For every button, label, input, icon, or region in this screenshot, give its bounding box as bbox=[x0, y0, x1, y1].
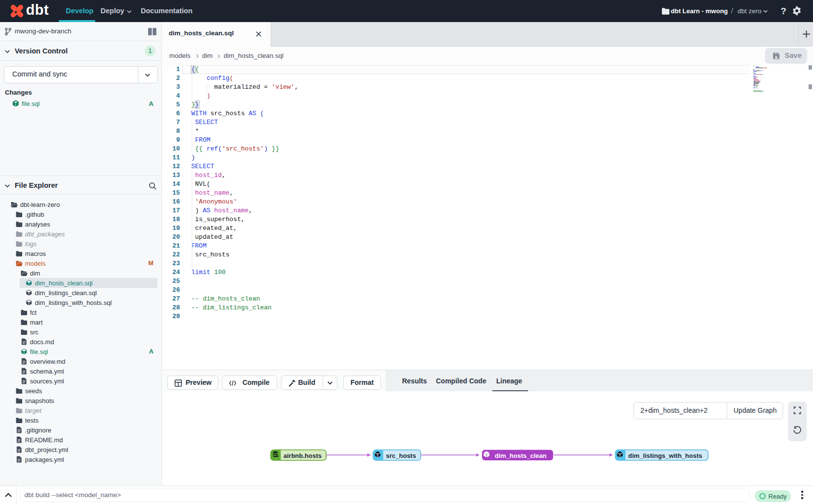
svg-text:src_hosts: src_hosts bbox=[386, 452, 416, 459]
svg-text:dim_listings_with_hosts: dim_listings_with_hosts bbox=[628, 452, 702, 459]
svg-text:airbnb.hosts: airbnb.hosts bbox=[283, 452, 322, 459]
svg-text:dim_hosts_clean: dim_hosts_clean bbox=[495, 452, 547, 459]
